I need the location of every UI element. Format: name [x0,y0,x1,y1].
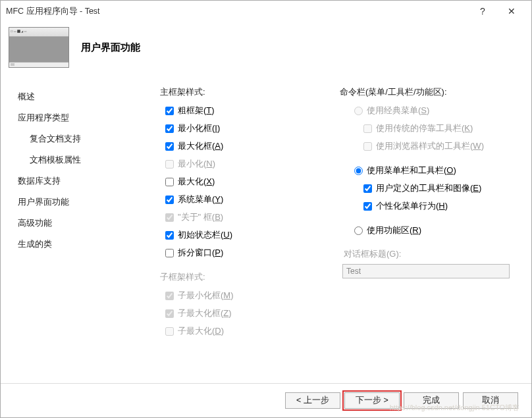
row-label: 拆分窗口(P) [178,247,223,259]
row-label: 用户定义的工具栏和图像(E) [376,182,481,194]
page-title: 用户界面功能 [81,41,140,54]
row-label: 个性化菜单行为(H) [376,200,448,212]
close-icon[interactable]: ✕ [497,2,526,20]
row-label: 子最大化框(Z) [178,307,232,319]
sidebar-item[interactable]: 应用程序类型 [18,107,144,128]
check-n: 最小化(N) [160,158,340,170]
row-label: 使用浏览器样式的工具栏(W) [376,140,484,152]
radio-o[interactable]: 使用菜单栏和工具栏(O) [340,165,519,176]
cancel-button[interactable]: 取消 [463,392,518,409]
wizard-header: ☐ ▭ ⬛ ◢ ▫▫▫ ▯▯▯ 用户界面功能 [1,22,531,78]
title-bar: MFC 应用程序向导 - Test ? ✕ [1,1,531,22]
row-label: 使用经典菜单(S) [367,105,429,117]
check-b: "关于" 框(B) [160,211,340,223]
row-label: 最大化(X) [178,176,215,188]
sidebar-item[interactable]: 复合文档支持 [18,128,144,149]
row-label: 最小化(N) [178,158,215,170]
row-label: 初始状态栏(U) [178,229,232,241]
check-x[interactable]: 最大化(X) [160,176,340,188]
window-title: MFC 应用程序向导 - Test [6,6,100,17]
check-p[interactable]: 拆分窗口(P) [160,247,340,259]
check-d: 子最大化(D) [160,325,340,337]
radio-s: 使用经典菜单(S) [340,105,519,117]
sidebar-item[interactable]: 文档模板属性 [18,149,144,170]
next-button[interactable]: 下一步 > [344,392,400,409]
dialog-title-input [342,264,510,278]
row-label: "关于" 框(B) [178,211,223,223]
sidebar-item[interactable]: 生成的类 [18,234,144,255]
help-icon[interactable]: ? [468,2,497,20]
row-label: 最小化框(I) [178,122,220,134]
check-e[interactable]: 用户定义的工具栏和图像(E) [340,182,519,194]
check-w: 使用浏览器样式的工具栏(W) [340,140,519,152]
prev-button[interactable]: < 上一步 [285,392,340,409]
check-y[interactable]: 系统菜单(Y) [160,194,340,205]
child-frame-label: 子框架样式: [160,271,340,283]
row-label: 子最大化(D) [178,325,224,337]
row-label: 粗框架(T) [178,105,215,117]
dialog-title-label: 对话框标题(G): [344,248,519,260]
row-label: 使用功能区(R) [367,224,421,236]
main-frame-label: 主框架样式: [160,86,340,98]
sidebar-item[interactable]: 概述 [18,86,144,107]
command-bar-label: 命令栏(菜单/工具栏/功能区): [340,86,519,98]
row-label: 系统菜单(Y) [178,194,223,205]
check-h[interactable]: 个性化菜单行为(H) [340,200,519,212]
check-i[interactable]: 最小化框(I) [160,122,340,134]
check-m: 子最小化框(M) [160,290,340,301]
sidebar-item[interactable]: 高级功能 [18,213,144,234]
nav-sidebar: 概述应用程序类型复合文档支持文档模板属性数据库支持用户界面功能高级功能生成的类 [1,78,148,401]
preview-thumbnail: ☐ ▭ ⬛ ◢ ▫▫▫ ▯▯▯ [9,27,69,68]
check-z: 子最大化框(Z) [160,307,340,319]
row-label: 使用传统的停靠工具栏(K) [376,122,473,134]
check-u[interactable]: 初始状态栏(U) [160,229,340,241]
check-k: 使用传统的停靠工具栏(K) [340,122,519,134]
check-a[interactable]: 最大化框(A) [160,140,340,152]
check-t[interactable]: 粗框架(T) [160,105,340,117]
row-label: 最大化框(A) [178,140,223,152]
sidebar-item[interactable]: 用户界面功能 [18,192,144,213]
wizard-footer: < 上一步 下一步 > 完成 取消 [1,383,531,417]
row-label: 子最小化框(M) [178,290,234,301]
radio-r[interactable]: 使用功能区(R) [340,224,519,236]
sidebar-item[interactable]: 数据库支持 [18,170,144,192]
finish-button[interactable]: 完成 [404,392,459,409]
row-label: 使用菜单栏和工具栏(O) [367,165,456,176]
